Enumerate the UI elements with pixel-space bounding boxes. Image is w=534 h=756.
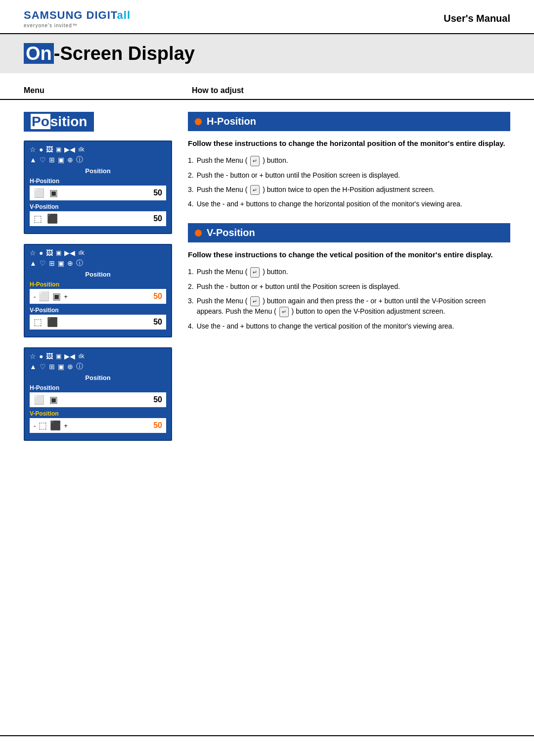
plus-circle-icon: ⊕	[67, 156, 73, 164]
plus-circle-icon-2: ⊕	[67, 259, 73, 267]
page-title: On-Screen Display	[24, 43, 510, 64]
info-icon: ⓘ	[76, 155, 83, 164]
col-menu-header: Menu	[24, 86, 192, 95]
main-content: Position ☆ ● 🖼 ▣ ▶◀ ılk ▲ ♡ ⊞ ▣ ⊕ ⓘ Pos	[0, 100, 534, 463]
sun-icon-3: ☆	[30, 352, 36, 360]
info-icon-2: ⓘ	[76, 259, 83, 268]
signal-icon: ılk	[78, 146, 84, 153]
logo-area: SAMSUNG DIGITall everyone's invited™	[24, 9, 131, 28]
osd-v-selected-value: 50	[153, 421, 162, 430]
osd-v-label-2: V-Position	[30, 307, 166, 314]
page-title-banner: On-Screen Display	[0, 34, 534, 73]
heart-icon-3: ♡	[40, 363, 46, 371]
v-icon-left-2: ⬚	[34, 317, 42, 328]
osd-position-label-1: Position	[30, 167, 166, 175]
osd-position-label-2: Position	[30, 271, 166, 278]
v-step-2: 2. Push the - button or + button until t…	[188, 282, 510, 292]
osd-v-value-1: 50	[153, 214, 162, 223]
osd-v-content-1: ⬚ ⬛ 50	[30, 211, 166, 226]
logo-tagline: everyone's invited™	[24, 23, 78, 28]
v-icon-right-2: ⬛	[47, 317, 58, 328]
v-plus-label: +	[64, 422, 68, 429]
v-position-desc: Follow these instructions to change the …	[188, 249, 510, 260]
h-icon-left: ⬜	[34, 188, 44, 198]
osd-position-label-3: Position	[30, 374, 166, 381]
osd-v-selected-content: - ⬚ ⬛ + 50	[30, 418, 166, 433]
triangle-icon-2: ▲	[30, 259, 37, 267]
osd-h-icons-3: ⬜ ▣	[34, 394, 58, 405]
manual-title: User's Manual	[444, 13, 510, 24]
osd-v-content-2: ⬚ ⬛ 50	[30, 315, 166, 330]
osd-icons-row-5: ☆ ● 🖼 ▣ ▶◀ ılk	[30, 352, 166, 360]
grid-icon-2: ⊞	[49, 259, 55, 267]
col-how-header: How to adjust	[192, 86, 510, 95]
square-icon: ▣	[58, 156, 64, 164]
h-step-2: 2. Push the - button or + button until t…	[188, 170, 510, 181]
signal-icon-3: ılk	[78, 353, 84, 360]
arrow-icon-3: ▶◀	[64, 352, 75, 360]
samsung-logo: SAMSUNG DIGITall	[24, 9, 131, 22]
footer-line	[0, 735, 534, 736]
osd-icons-row-3: ☆ ● 🖼 ▣ ▶◀ ılk	[30, 249, 166, 257]
arrow-icon-2: ▶◀	[64, 249, 75, 257]
square-icon-3: ▣	[58, 363, 64, 371]
osd-h-content-1: ⬜ ▣ 50	[30, 186, 166, 200]
osd-h-selected-value: 50	[153, 292, 162, 301]
v-position-title: V-Position	[207, 227, 255, 238]
arrow-icon: ▶◀	[64, 145, 75, 153]
triangle-icon: ▲	[30, 156, 37, 164]
osd-h-content-3: ⬜ ▣ 50	[30, 392, 166, 407]
osd-icons-row-2: ▲ ♡ ⊞ ▣ ⊕ ⓘ	[30, 155, 166, 164]
heart-icon-2: ♡	[40, 259, 46, 267]
triangle-icon-3: ▲	[30, 363, 37, 371]
menu-btn-icon-v3a: ↵	[250, 296, 260, 307]
page-header: SAMSUNG DIGITall everyone's invited™ Use…	[0, 0, 534, 34]
plus-circle-icon-3: ⊕	[67, 363, 73, 371]
osd-h-label-1: H-Position	[30, 178, 166, 185]
right-column: H-Position Follow these instructions to …	[188, 112, 510, 451]
h-position-desc: Follow these instructions to change the …	[188, 138, 510, 148]
v-position-instructions: 1. Push the Menu ( ↵ ) button. 2. Push t…	[188, 267, 510, 331]
menu-btn-icon-h1: ↵	[250, 156, 260, 166]
h-step-1: 1. Push the Menu ( ↵ ) button.	[188, 155, 510, 166]
v-position-bullet	[195, 230, 202, 236]
osd-v-icons-1: ⬚ ⬛	[34, 213, 58, 224]
h-sel-icon-left: ⬜	[39, 291, 49, 302]
osd-h-selected-icons: - ⬜ ▣ +	[34, 291, 68, 302]
osd-h-label-3: H-Position	[30, 384, 166, 391]
signal-icon-2: ılk	[78, 249, 84, 256]
v-sel-icon-right: ⬛	[50, 420, 61, 431]
monitor-icon-3: ▣	[56, 353, 61, 360]
grid-icon-3: ⊞	[49, 363, 55, 371]
sun-icon-2: ☆	[30, 249, 36, 257]
h-icon-right-3: ▣	[49, 394, 58, 405]
v-minus-label: -	[34, 422, 36, 429]
monitor-icon-2: ▣	[56, 249, 61, 256]
h-icon-left-3: ⬜	[34, 394, 44, 405]
osd-screen-1: ☆ ● 🖼 ▣ ▶◀ ılk ▲ ♡ ⊞ ▣ ⊕ ⓘ Position H-Po…	[24, 141, 172, 234]
osd-v-selected-label: V-Position	[30, 410, 166, 417]
h-position-bullet	[195, 118, 202, 125]
v-step-1: 1. Push the Menu ( ↵ ) button.	[188, 267, 510, 278]
image-icon-2: 🖼	[46, 249, 53, 257]
h-position-instructions: 1. Push the Menu ( ↵ ) button. 2. Push t…	[188, 155, 510, 209]
osd-h-selected-content: - ⬜ ▣ + 50	[30, 289, 166, 304]
osd-h-value-3: 50	[153, 395, 162, 404]
h-position-title: H-Position	[207, 116, 256, 127]
h-step-3: 3. Push the Menu ( ↵ ) button twice to o…	[188, 185, 510, 195]
grid-icon: ⊞	[49, 156, 55, 164]
osd-screen-3: ☆ ● 🖼 ▣ ▶◀ ılk ▲ ♡ ⊞ ▣ ⊕ ⓘ Position H-Po…	[24, 347, 172, 441]
v-icon-right: ⬛	[47, 213, 58, 224]
section-title: Position	[24, 112, 172, 132]
minus-label: -	[34, 293, 36, 300]
osd-v-icons-2: ⬚ ⬛	[34, 317, 58, 328]
column-headers: Menu How to adjust	[0, 77, 534, 100]
h-sel-icon-right: ▣	[52, 291, 61, 302]
left-column: Position ☆ ● 🖼 ▣ ▶◀ ılk ▲ ♡ ⊞ ▣ ⊕ ⓘ Pos	[24, 112, 172, 451]
circle-icon-3: ●	[39, 352, 43, 360]
circle-icon: ●	[39, 145, 43, 153]
menu-btn-icon-h3: ↵	[250, 185, 260, 195]
v-icon-left: ⬚	[34, 213, 42, 224]
osd-icons-row-1: ☆ ● 🖼 ▣ ▶◀ ılk	[30, 145, 166, 153]
osd-screen-2: ☆ ● 🖼 ▣ ▶◀ ılk ▲ ♡ ⊞ ▣ ⊕ ⓘ Position H-Po…	[24, 244, 172, 337]
